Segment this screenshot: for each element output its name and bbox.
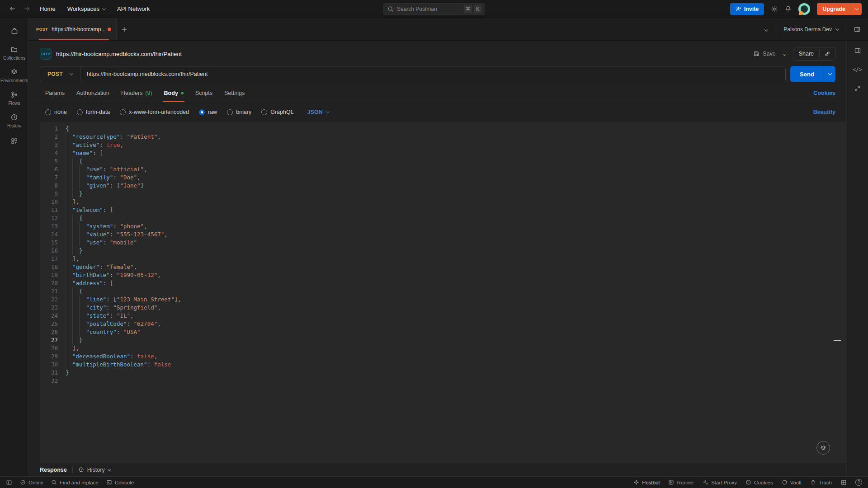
- save-options-chevron-icon[interactable]: [782, 48, 787, 60]
- nav-api-network[interactable]: API Network: [117, 5, 150, 12]
- configure-sidebar-icon[interactable]: [10, 137, 18, 145]
- body-type-urlencoded[interactable]: x-www-form-urlencoded: [120, 109, 189, 115]
- code-lines[interactable]: 1{2 "resourceType": "Patient",3 "active"…: [40, 125, 846, 385]
- nav-workspaces[interactable]: Workspaces: [67, 5, 105, 12]
- code-line[interactable]: 3 "active": true,: [40, 141, 846, 149]
- code-line[interactable]: 21 {: [40, 287, 846, 296]
- code-line[interactable]: 7 "family": "Doe",: [40, 174, 846, 182]
- url-input[interactable]: https://fhir-bootcamp.medblocks.com/fhir…: [80, 71, 214, 77]
- upgrade-button[interactable]: Upgrade: [817, 3, 862, 15]
- sidebar-item-environments[interactable]: Environments: [0, 68, 28, 83]
- postbot-floating-button[interactable]: [816, 441, 830, 455]
- settings-gear-icon[interactable]: [771, 5, 778, 13]
- tab-body[interactable]: Body: [164, 84, 184, 102]
- console-button[interactable]: Console: [106, 479, 134, 485]
- code-line[interactable]: 26 "country": "USA": [40, 328, 846, 336]
- code-line[interactable]: 6 "use": "official",: [40, 165, 846, 174]
- code-line[interactable]: 11 "telecom": [: [40, 206, 846, 214]
- code-line[interactable]: 18 "gender": "female",: [40, 263, 846, 271]
- code-line[interactable]: 17 ],: [40, 255, 846, 263]
- send-options-chevron-icon[interactable]: [824, 66, 835, 82]
- share-button[interactable]: Share: [793, 51, 819, 57]
- help-icon[interactable]: ?: [855, 479, 862, 486]
- invite-button[interactable]: Invite: [730, 3, 764, 15]
- start-proxy-button[interactable]: Start Proxy: [703, 479, 737, 485]
- global-search[interactable]: ⌘ K: [383, 3, 485, 15]
- trash-button[interactable]: Trash: [810, 479, 832, 485]
- body-code-editor[interactable]: 1{2 "resourceType": "Patient",3 "active"…: [40, 122, 846, 463]
- code-line[interactable]: 15 "use": "mobile": [40, 239, 846, 247]
- code-line[interactable]: 14 "value": "555-123-4567",: [40, 230, 846, 239]
- tab-authorization[interactable]: Authorization: [76, 84, 109, 102]
- body-type-form-data[interactable]: form-data: [77, 109, 110, 115]
- tab-scripts[interactable]: Scripts: [195, 84, 212, 102]
- cookies-button[interactable]: Cookies: [745, 479, 773, 485]
- code-line[interactable]: 19 "birthDate": "1990-05-12",: [40, 271, 846, 279]
- code-line[interactable]: 27 }: [40, 336, 846, 344]
- code-line[interactable]: 24 "state": "IL",: [40, 312, 846, 320]
- vault-button[interactable]: Vault: [782, 479, 802, 485]
- response-history-button[interactable]: History: [78, 467, 111, 473]
- tab-params[interactable]: Params: [45, 84, 65, 102]
- two-pane-view-icon[interactable]: [840, 479, 847, 486]
- copy-link-icon[interactable]: [820, 51, 835, 57]
- new-tab-button[interactable]: [117, 18, 132, 40]
- tab-headers[interactable]: Headers(9): [121, 84, 152, 102]
- body-type-none[interactable]: none: [45, 109, 67, 115]
- tab-settings[interactable]: Settings: [224, 84, 245, 102]
- code-line[interactable]: 5 {: [40, 157, 846, 165]
- body-type-graphql[interactable]: GraphQL: [261, 109, 293, 115]
- code-line[interactable]: 23 "city": "Springfield",: [40, 304, 846, 312]
- expand-panel-icon[interactable]: [854, 85, 861, 92]
- code-line[interactable]: 31}: [40, 369, 846, 377]
- sidebar-item-history[interactable]: History: [0, 113, 28, 128]
- code-line[interactable]: 28 ],: [40, 344, 846, 352]
- code-line[interactable]: 13 "system": "phone",: [40, 222, 846, 230]
- online-status[interactable]: Online: [20, 479, 43, 485]
- code-snippet-icon[interactable]: </>: [853, 66, 862, 73]
- code-line[interactable]: 25 "postalCode": "62704",: [40, 320, 846, 328]
- forward-icon[interactable]: [21, 3, 33, 15]
- side-panel-icon[interactable]: [852, 26, 863, 33]
- code-line[interactable]: 22 "line": ["123 Main Street"],: [40, 296, 846, 304]
- notifications-bell-icon[interactable]: [785, 5, 792, 12]
- beautify-link[interactable]: Beautify: [813, 109, 846, 115]
- postbot-button[interactable]: Postbot: [633, 479, 660, 485]
- language-selector[interactable]: JSON: [307, 109, 329, 115]
- code-line[interactable]: 20 "address": [: [40, 279, 846, 287]
- user-avatar[interactable]: [798, 3, 810, 15]
- find-and-replace-button[interactable]: Find and replace: [51, 479, 99, 485]
- code-line[interactable]: 16 }: [40, 247, 846, 255]
- code-line[interactable]: 8 "given": ["Jane"]: [40, 182, 846, 190]
- workspace-switcher[interactable]: Palsons Derma Dev: [783, 26, 839, 33]
- sidebar-item-flows[interactable]: Flows: [0, 91, 28, 106]
- save-button[interactable]: Save: [753, 51, 776, 57]
- documentation-panel-icon[interactable]: [854, 47, 861, 54]
- toggle-sidebar-icon[interactable]: [6, 479, 12, 486]
- body-type-raw[interactable]: raw: [199, 109, 217, 115]
- upgrade-chevron-icon[interactable]: [851, 3, 862, 15]
- code-line[interactable]: 12 {: [40, 214, 846, 222]
- cookies-link[interactable]: Cookies: [813, 90, 846, 96]
- sidebar-item-collections[interactable]: Collections: [0, 46, 28, 61]
- tab-list-chevron-icon[interactable]: [762, 23, 770, 36]
- code-line[interactable]: 10 ],: [40, 198, 846, 206]
- code-line[interactable]: 9 }: [40, 190, 846, 198]
- code-line[interactable]: 30 "multipleBirthBoolean": false: [40, 361, 846, 369]
- line-number: 17: [40, 255, 58, 263]
- method-selector[interactable]: POST: [40, 66, 80, 82]
- open-request-tab[interactable]: POST https://fhir-bootcamp..: [29, 18, 117, 40]
- body-type-binary[interactable]: binary: [227, 109, 251, 115]
- workspace-bag-icon[interactable]: [7, 24, 22, 38]
- code-line[interactable]: 2 "resourceType": "Patient",: [40, 133, 846, 141]
- code-line[interactable]: 1{: [40, 125, 846, 133]
- code-line[interactable]: 32: [40, 377, 846, 385]
- back-icon[interactable]: [6, 3, 18, 15]
- response-toggle[interactable]: Response: [40, 467, 67, 473]
- nav-home[interactable]: Home: [40, 5, 56, 12]
- code-line[interactable]: 29 "deceasedBoolean": false,: [40, 352, 846, 361]
- runner-button[interactable]: Runner: [668, 479, 694, 485]
- search-input[interactable]: [397, 6, 462, 12]
- code-line[interactable]: 4 "name": [: [40, 149, 846, 157]
- send-button[interactable]: Send: [790, 66, 835, 82]
